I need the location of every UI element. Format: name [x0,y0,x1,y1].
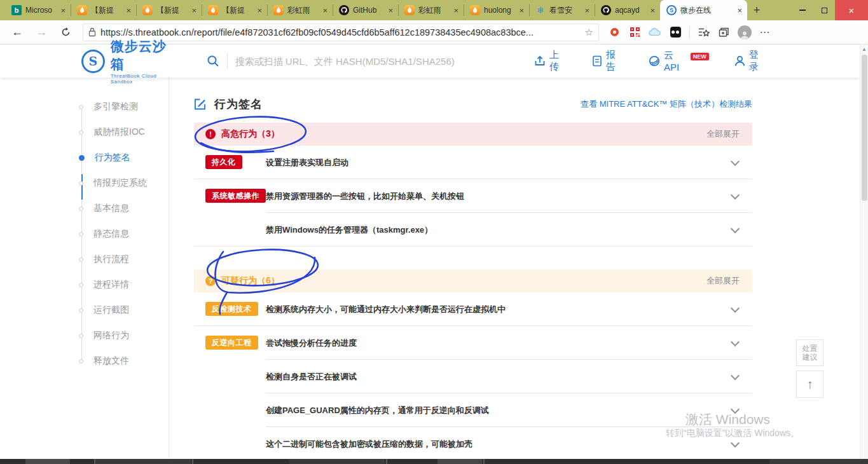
browser-tab-active[interactable]: S 微步在线 × [660,0,747,20]
signature-row[interactable]: 系统敏感操作 禁用资源管理器的一些按钮，比如开始菜单、关机按钮 [194,179,752,213]
brand-title: 微步云沙箱 [111,38,180,73]
browser-tab[interactable]: 【新提 × [202,0,267,20]
scrollbar-thumb[interactable] [862,55,867,201]
report-icon [592,55,602,67]
mitre-attack-link[interactable]: 查看 MITRE ATT&CK™ 矩阵（技术）检测结果 [581,99,752,110]
timeline-dot [79,308,83,313]
fire-shield-icon [77,5,87,15]
minimize-icon [799,10,806,11]
browser-tab[interactable]: b Microso × [5,0,71,20]
user-icon [734,55,745,67]
browser-tab[interactable]: ❄ 看雪安 × [529,0,595,20]
tab-title: aqcayd [615,6,645,15]
tab-close-icon[interactable]: × [736,6,743,15]
signature-text: 尝试拖慢分析任务的进度 [266,338,357,349]
tab-close-icon[interactable]: × [387,6,394,15]
suspicious-section-header: ? 可疑行为（6） 全部展开 [194,270,752,292]
chevron-down-icon[interactable] [731,304,740,313]
tab-close-icon[interactable]: × [649,6,656,15]
chevron-down-icon[interactable] [731,224,740,233]
tab-close-icon[interactable]: × [125,6,132,15]
dark-extension-icon[interactable] [666,23,684,42]
sidebar-item-static-info[interactable]: 静态信息 [75,221,168,247]
expand-all-button[interactable]: 全部展开 [706,275,740,287]
section-title: 高危行为（3） [221,128,280,140]
signature-row[interactable]: 创建PAGE_GUARD属性的内存页，通常用于反逆向和反调试 [194,393,752,427]
signature-row[interactable]: 这个二进制可能包含被加密或被压缩的数据，可能被加壳 [194,427,752,461]
search-input[interactable] [235,56,534,67]
qr-code-extension-icon[interactable] [626,23,644,42]
tab-close-icon[interactable]: × [518,6,525,15]
browser-tab[interactable]: GitHub × [333,0,398,20]
scrollbar-up-arrow[interactable]: ▲ [860,46,868,52]
sidebar-item-label: 释放文件 [93,355,129,367]
signature-row[interactable]: 持久化 设置注册表实现自启动 [194,146,752,179]
sidebar-item-multi-engine[interactable]: 多引擎检测 [75,94,168,119]
tab-close-icon[interactable]: × [452,6,460,15]
brand-subtitle: ThreatBook Cloud Sandbox [111,73,180,85]
collections-icon[interactable] [715,23,733,42]
forward-button[interactable]: → [31,23,52,42]
nav-upload[interactable]: 上传 [534,49,568,73]
tab-close-icon[interactable]: × [321,6,329,15]
chevron-down-icon[interactable] [731,191,740,200]
search-icon[interactable] [207,55,219,67]
cloud-extension-icon[interactable] [646,23,664,42]
tab-close-icon[interactable]: × [59,6,67,15]
chevron-down-icon[interactable] [731,157,740,166]
favorites-hub-icon[interactable] [695,23,713,42]
sidebar-item-network-behavior[interactable]: 网络行为 [75,323,168,348]
profile-avatar[interactable] [736,23,754,42]
chevron-down-icon[interactable] [731,371,740,380]
signature-row[interactable]: 检测自身是否正在被调试 [194,360,752,393]
chevron-down-icon[interactable] [731,439,740,447]
nav-login[interactable]: 登录 [734,49,768,73]
sidebar-item-process-detail[interactable]: 进程详情 [75,272,168,297]
signature-row[interactable]: 反逆向工程 尝试拖慢分析任务的进度 [194,326,752,360]
add-favorite-icon[interactable]: ☆ [585,27,593,38]
timeline-dot [79,130,83,135]
window-restore-button[interactable] [813,0,835,20]
tab-close-icon[interactable]: × [256,6,263,15]
sidebar-item-behavior-signature[interactable]: 行为签名 [75,145,168,170]
threatbook-icon: S [666,5,677,15]
browser-tab[interactable]: 彩虹雨 × [267,0,333,20]
browser-tab[interactable]: 彩虹雨 × [398,0,464,20]
sidebar-item-intel-judgement[interactable]: 情报判定系统 [75,170,168,196]
window-minimize-button[interactable] [792,0,813,20]
tab-close-icon[interactable]: × [190,6,198,15]
tab-close-icon[interactable]: × [583,6,591,15]
chevron-down-icon[interactable] [731,338,740,346]
browser-menu-icon[interactable]: ⋯ [756,23,774,42]
signature-row[interactable]: 禁用Windows的任务管理器（taskmgr.exe） [194,213,752,247]
threatbook-logo[interactable]: S 微步云沙箱 ThreatBook Cloud Sandbox [81,38,180,85]
header-nav: 上传 报告 云API NEW 登录 [534,49,860,73]
timeline-dot [79,334,83,338]
back-to-top-button[interactable]: ↑ [796,371,823,398]
sidebar-item-run-screenshot[interactable]: 运行截图 [75,297,168,323]
browser-tab[interactable]: aqcayd × [595,0,660,20]
refresh-button[interactable] [55,23,76,42]
browser-tab[interactable]: 【新提 × [136,0,202,20]
signature-row[interactable]: 反检测技术 检测系统内存大小，可能通过内存大小来判断是否运行在虚拟机中 [194,292,752,326]
expand-all-button[interactable]: 全部展开 [706,128,740,140]
nav-login-label: 登录 [749,49,768,73]
sidebar-item-basic-info[interactable]: 基本信息 [75,196,168,221]
browser-tab[interactable]: 【新提 × [71,0,136,20]
page-scrollbar[interactable]: ▲ [860,44,868,459]
disposal-advice-button[interactable]: 处置 建议 [796,339,823,366]
nav-cloud-api[interactable]: 云API NEW [649,50,710,72]
url-input[interactable] [100,27,581,38]
sidebar-item-threat-ioc[interactable]: 威胁情报IOC [75,119,168,145]
window-close-button[interactable]: × [835,0,868,20]
new-tab-button[interactable]: + [747,0,766,20]
office-extension-icon[interactable] [605,23,623,42]
nav-report[interactable]: 报告 [592,49,624,73]
sidebar-item-exec-flow[interactable]: 执行流程 [75,247,168,272]
back-button[interactable]: ← [6,23,28,42]
sidebar-item-dropped-files[interactable]: 释放文件 [75,348,168,374]
sidebar-item-label: 多引擎检测 [93,101,138,113]
timeline-dot [79,207,83,211]
chevron-down-icon[interactable] [731,405,740,414]
browser-tab[interactable]: huolong × [464,0,529,20]
